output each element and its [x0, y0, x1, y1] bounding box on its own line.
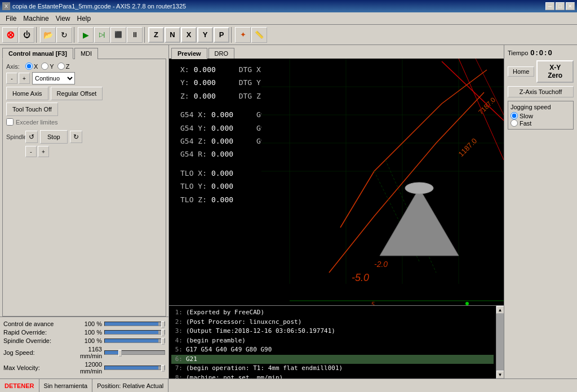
slow-radio[interactable] [511, 112, 518, 119]
jog-speed-bar[interactable] [104, 350, 165, 355]
rapid-override-handle[interactable] [161, 329, 165, 336]
dro-tlo-x-value: 0.000 [211, 167, 245, 180]
xy-zero-button[interactable]: X-Y Zero [536, 60, 574, 83]
scroll-up-button[interactable]: ▲ [496, 306, 504, 314]
spindle-override-handle[interactable] [161, 338, 165, 345]
preview-area[interactable]: X: 0.000 DTG X: 0.000 Y: 0.000 DTG Y: [169, 59, 504, 305]
dro-g54-r: G54 R: 0.000 [180, 148, 245, 161]
inc-bottom-row: - + [6, 146, 162, 157]
home-button[interactable]: Home [508, 66, 534, 77]
spindle-cw-icon[interactable]: ↻ [70, 131, 82, 143]
pause-button[interactable]: ⏸ [127, 27, 143, 43]
jog-speed-handle[interactable] [118, 350, 122, 357]
dro-tlo-z-value: 0.000 [211, 193, 245, 206]
minimize-button[interactable]: ─ [545, 2, 554, 10]
titlebar-left: X copia de EstantePara1_5mm.gcode - AXIS… [2, 2, 186, 10]
touch-y-button[interactable]: Y [197, 27, 213, 43]
maximize-button[interactable]: □ [556, 2, 565, 10]
touch-x-button[interactable]: X [181, 27, 197, 43]
touch-p-button[interactable]: P [214, 27, 229, 43]
axis-y-radio[interactable] [41, 63, 48, 70]
reload-button[interactable]: ↻ [56, 27, 72, 43]
control-avance-handle[interactable] [161, 321, 165, 328]
laser-button[interactable]: ✦ [235, 27, 251, 43]
run-from-button[interactable]: ▷| [94, 27, 110, 43]
axis-z-radio[interactable] [57, 63, 65, 70]
step-button[interactable]: ⬛ [110, 27, 126, 43]
tool-touch-off-button[interactable]: Tool Touch Off [6, 103, 58, 116]
scroll-down-button[interactable]: ▼ [496, 371, 504, 378]
axis-y-option[interactable]: Y [41, 63, 54, 70]
max-velocity-handle[interactable] [161, 365, 165, 372]
touch-z-button[interactable]: Z [148, 27, 164, 43]
axis-radio-group: X Y Z [25, 63, 69, 70]
menubar: File Machine View Help [0, 12, 577, 25]
jogging-speed-box: Jogging speed Slow Fast [508, 101, 574, 130]
svg-text:5: 5 [371, 301, 375, 305]
gcode-scrollbar[interactable]: ▲ ▼ [496, 306, 504, 378]
svg-text:-5.0: -5.0 [352, 272, 369, 283]
axis-z-option[interactable]: Z [57, 63, 70, 70]
minus-top-button[interactable]: - [6, 73, 17, 84]
tiempo-display: 0 : 0 : 0 [530, 48, 552, 57]
slow-option[interactable]: Slow [511, 112, 571, 119]
gcode-line-num: 6: [171, 355, 183, 364]
rapid-override-bar[interactable] [104, 330, 165, 335]
axis-x-radio[interactable] [25, 63, 33, 70]
home-axis-button[interactable]: Home Axis [6, 87, 48, 100]
dro-tlo-y: TLO Y: 0.000 [180, 180, 245, 193]
gcode-line: 4:(begin preamble) [171, 336, 494, 346]
tab-dro[interactable]: DRO [208, 48, 234, 59]
jog-speed-row: Jog Speed: 1163 mm/min [3, 346, 165, 359]
control-avance-bar[interactable] [104, 322, 165, 326]
titlebar: X copia de EstantePara1_5mm.gcode - AXIS… [0, 0, 577, 12]
spindle-ccw-icon[interactable]: ↺ [25, 131, 38, 143]
exceder-limites-label: Exceder limites [16, 119, 58, 126]
z-touchoff-button[interactable]: Z-Axis Touchoff [508, 86, 574, 97]
power-button[interactable]: ⏻ [19, 27, 34, 43]
mode-row: - + Continuo Step 0.1 Step 0.01 Step 0.0… [6, 72, 162, 84]
dro-g54-x-value: 0.000 [211, 108, 245, 121]
tiempo-minutes: 0 [539, 48, 543, 57]
jog-speed-label: Jog Speed: [3, 349, 77, 356]
stop-button[interactable]: Stop [40, 130, 68, 144]
tab-preview[interactable]: Preview [171, 48, 207, 59]
dro-g54-x-label: G54 X: [180, 108, 207, 121]
status-position: Position: Relative Actual [92, 379, 168, 392]
dro-tlo-z: TLO Z: 0.000 [180, 193, 245, 206]
measure-button[interactable]: 📏 [251, 27, 267, 43]
gcode-line: 7:(begin operation: T1: 4mm flat endmill… [171, 364, 494, 373]
close-button[interactable]: ✕ [566, 2, 575, 10]
max-velocity-bar[interactable] [104, 366, 165, 370]
dro-x: X: 0.000 [180, 63, 228, 76]
dro-y-label: Y: [180, 76, 189, 89]
fast-radio[interactable] [511, 119, 518, 127]
minus-bottom-button[interactable]: - [25, 146, 37, 157]
axis-x-option[interactable]: X [25, 63, 38, 70]
fast-option[interactable]: Fast [511, 119, 571, 127]
spindle-override-bar[interactable] [104, 338, 165, 343]
gcode-line-text: (Output Time:2018-12-16 03:06:50.197741) [186, 327, 335, 336]
tab-mdi[interactable]: MDI [74, 48, 98, 59]
status-herramienta: Sin herramienta [39, 379, 93, 392]
tiempo-row: Tiempo 0 : 0 : 0 [508, 48, 574, 57]
mode-select[interactable]: Continuo Step 0.1 Step 0.01 Step 0.001 [32, 72, 75, 84]
home-offset-btns: Home Axis Regular Offset [6, 87, 162, 100]
regular-offset-button[interactable]: Regular Offset [51, 87, 103, 100]
plus-bottom-button[interactable]: + [38, 146, 49, 157]
menu-machine[interactable]: Machine [20, 14, 52, 24]
exceder-limites-checkbox[interactable] [6, 118, 14, 126]
menu-file[interactable]: File [2, 14, 20, 24]
plus-top-button[interactable]: + [19, 73, 30, 84]
touch-n-button[interactable]: N [165, 27, 180, 43]
emergency-stop-button[interactable]: ⊗ [2, 27, 18, 43]
menu-view[interactable]: View [52, 14, 74, 24]
run-button[interactable]: ▶ [78, 27, 94, 43]
rapid-override-label: Rapid Override: [3, 329, 77, 336]
open-button[interactable]: 📂 [40, 27, 56, 43]
tab-manual[interactable]: Control manual [F3] [2, 48, 73, 59]
max-velocity-value: 12000 mm/min [77, 361, 102, 375]
scroll-track[interactable] [496, 314, 504, 371]
menu-help[interactable]: Help [74, 14, 95, 24]
gcode-line: 2:(Post Processor: linuxcnc_post) [171, 318, 494, 327]
